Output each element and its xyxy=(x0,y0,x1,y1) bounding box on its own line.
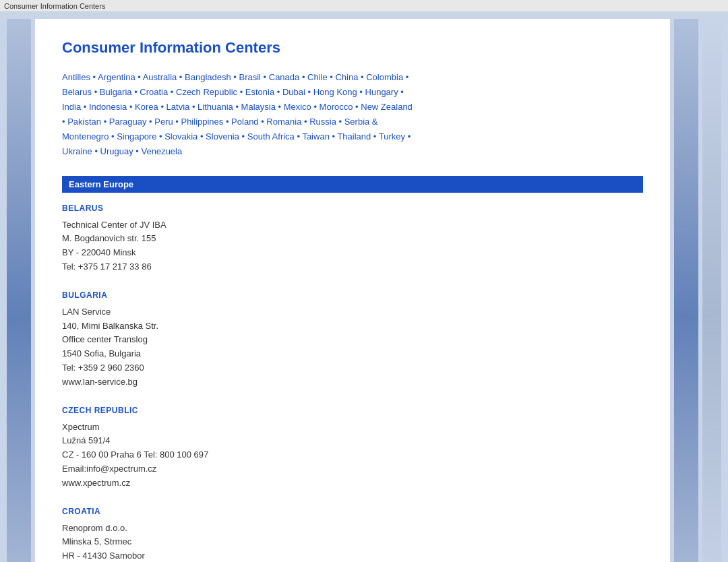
right-sidebar-2 xyxy=(702,19,721,562)
country-name-1: BULGARIA xyxy=(62,290,643,300)
links-line5: Montenegro • Singapore • Slovakia • Slov… xyxy=(62,131,411,142)
section-header: Eastern Europe xyxy=(62,176,643,193)
country-info-3: Renoprom d.o.o. Mlinska 5, Strmec HR - 4… xyxy=(62,522,643,562)
links-line2: Belarus • Bulgaria • Croatia • Czech Rep… xyxy=(62,87,404,97)
country-name-0: BELARUS xyxy=(62,204,643,213)
links-section: Antilles • Argentina • Australia • Bangl… xyxy=(62,70,643,160)
links-line6: Ukraine • Uruguay • Venezuela xyxy=(62,146,182,156)
title-bar: Consumer Information Centers xyxy=(0,0,728,12)
left-sidebar xyxy=(7,19,31,562)
country-block-3: CROATIARenoprom d.o.o. Mlinska 5, Strmec… xyxy=(62,507,643,562)
country-block-2: CZECH REPUBLICXpectrum Lužná 591/4 CZ - … xyxy=(62,406,643,491)
country-name-2: CZECH REPUBLIC xyxy=(62,406,643,415)
main-layout: Consumer Information Centers Antilles • … xyxy=(0,12,728,562)
content-area: Consumer Information Centers Antilles • … xyxy=(35,19,670,562)
right-sidebar-1 xyxy=(674,19,698,562)
page-title: Consumer Information Centers xyxy=(62,39,643,57)
country-info-0: Technical Center of JV IBA M. Bogdanovic… xyxy=(62,218,643,274)
links-line4: • Pakistan • Paraguay • Peru • Philippin… xyxy=(62,117,378,127)
title-bar-text: Consumer Information Centers xyxy=(4,2,105,10)
country-block-0: BELARUSTechnical Center of JV IBA M. Bog… xyxy=(62,204,643,274)
links-line3: India • Indonesia • Korea • Latvia • Lit… xyxy=(62,102,413,112)
country-info-1: LAN Service 140, Mimi Balkanska Str. Off… xyxy=(62,305,643,389)
country-info-2: Xpectrum Lužná 591/4 CZ - 160 00 Praha 6… xyxy=(62,420,643,491)
country-name-3: CROATIA xyxy=(62,507,643,516)
links-line1: Antilles • Argentina • Australia • Bangl… xyxy=(62,72,408,82)
country-block-1: BULGARIALAN Service 140, Mimi Balkanska … xyxy=(62,290,643,389)
right-sidebar-group xyxy=(674,19,721,562)
countries-container: BELARUSTechnical Center of JV IBA M. Bog… xyxy=(62,204,643,562)
